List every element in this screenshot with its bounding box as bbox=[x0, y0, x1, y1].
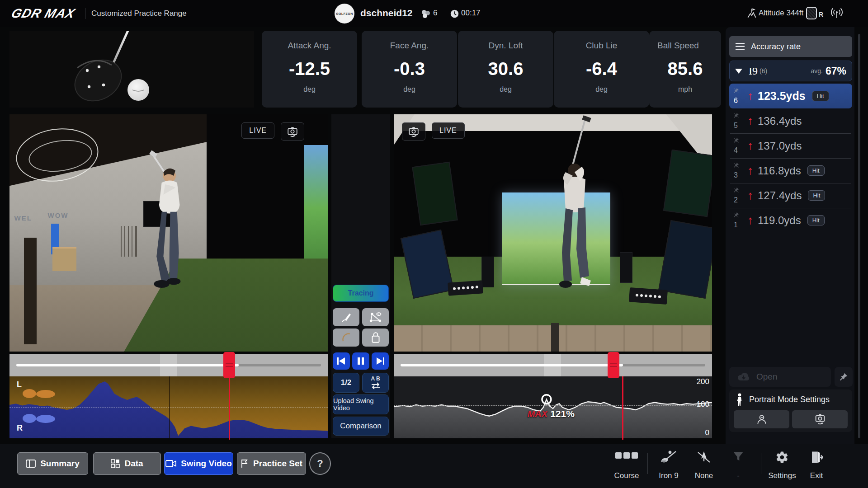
avatar[interactable]: GOLFZON bbox=[335, 4, 354, 23]
club-select-button[interactable]: Iron 9 bbox=[650, 450, 688, 480]
open-button[interactable]: Open bbox=[729, 367, 831, 387]
divider bbox=[85, 8, 85, 19]
metric-card-ball-speed: Ball Speed 85.6 mph bbox=[649, 31, 721, 108]
angle-tool-icon bbox=[369, 311, 382, 324]
angle-measure-button[interactable] bbox=[362, 308, 389, 326]
skip-back-icon bbox=[337, 357, 346, 365]
portrait-mode-settings: Portrait Mode Settings bbox=[729, 389, 852, 432]
loop-arrows-icon bbox=[370, 382, 382, 389]
sidebar-scrollbar[interactable] bbox=[858, 34, 860, 438]
arc-trace-button[interactable] bbox=[333, 328, 359, 347]
course-icon bbox=[615, 450, 638, 462]
bottom-bar: Summary Data Swing Video Practice Set ? … bbox=[0, 444, 868, 488]
axis-tick: 0 bbox=[705, 428, 709, 437]
club-camera-view bbox=[9, 31, 254, 108]
hit-badge: Hit bbox=[808, 190, 825, 201]
left-scrub-handle[interactable] bbox=[223, 352, 235, 378]
right-foot-label: R bbox=[17, 423, 23, 433]
shot-row[interactable]: 3 ↑ 116.8yds Hit bbox=[729, 158, 852, 183]
person-standing-icon bbox=[736, 393, 744, 407]
axis-tick: 200 bbox=[697, 377, 709, 386]
flag-icon bbox=[241, 459, 249, 468]
golf-ball bbox=[127, 79, 149, 101]
ball-tray bbox=[448, 280, 483, 296]
username: dschneid12 bbox=[360, 8, 413, 19]
pin-off-icon bbox=[733, 187, 740, 193]
metric-card-face-angle: Face Ang. -0.3 deg bbox=[362, 31, 457, 108]
page-toggle-button[interactable]: 1/2 bbox=[333, 373, 359, 393]
wall-text: WOW bbox=[47, 211, 68, 219]
left-video-scrubber[interactable] bbox=[9, 354, 328, 376]
launch-arrow-icon: ↑ bbox=[747, 139, 753, 153]
golfer-silhouette bbox=[124, 148, 210, 324]
gear-icon bbox=[775, 450, 789, 464]
live-badge: LIVE bbox=[432, 122, 465, 139]
pin-off-icon bbox=[733, 211, 740, 218]
chevron-down-icon bbox=[735, 69, 742, 74]
portrait-settings-title: Portrait Mode Settings bbox=[749, 395, 830, 404]
tab-practice-set[interactable]: Practice Set bbox=[237, 452, 306, 475]
pen-icon bbox=[340, 311, 353, 324]
swing-tempo-graph: 200 100 0 MAX121% bbox=[394, 376, 712, 438]
help-button[interactable]: ? bbox=[309, 452, 331, 475]
lock-button[interactable] bbox=[362, 328, 389, 347]
left-playhead-line bbox=[229, 376, 230, 440]
portrait-camera-button[interactable] bbox=[792, 410, 848, 428]
launch-arrow-icon: ↑ bbox=[747, 89, 753, 103]
launch-arrow-icon: ↑ bbox=[747, 164, 753, 178]
pin-off-icon bbox=[733, 162, 740, 169]
draw-pen-button[interactable] bbox=[333, 308, 359, 326]
mulligan-button[interactable]: None bbox=[685, 450, 723, 480]
tab-swing-video[interactable]: Swing Video bbox=[164, 452, 233, 475]
exit-button[interactable]: Exit bbox=[797, 450, 835, 480]
skip-back-button[interactable] bbox=[333, 352, 350, 370]
tab-data[interactable]: Data bbox=[93, 452, 161, 475]
metric-card-attack-angle: Attack Ang. -12.5 deg bbox=[262, 31, 357, 108]
cloud-download-icon bbox=[737, 372, 750, 381]
shot-row[interactable]: 2 ↑ 127.4yds Hit bbox=[729, 183, 852, 208]
accuracy-rate-header[interactable]: Accuracy rate bbox=[729, 36, 852, 57]
skip-forward-icon bbox=[376, 357, 385, 365]
course-button[interactable]: Course bbox=[608, 450, 646, 480]
clock-icon bbox=[450, 9, 459, 19]
shot-row[interactable]: 6 ↑ 123.5yds Hit bbox=[729, 84, 852, 108]
session-time: 00:17 bbox=[461, 9, 481, 18]
left-foot-icon bbox=[22, 389, 56, 399]
shot-row[interactable]: 4 ↑ 137.0yds bbox=[729, 133, 852, 158]
right-foot-icon bbox=[22, 413, 56, 423]
pause-button[interactable] bbox=[352, 352, 369, 370]
impact-marker-line bbox=[169, 376, 170, 438]
right-scrub-handle[interactable] bbox=[608, 352, 619, 378]
pin-shot-button[interactable] bbox=[835, 367, 853, 387]
camera-switch-button[interactable] bbox=[402, 122, 425, 141]
shot-row[interactable]: 5 ↑ 136.4yds bbox=[729, 108, 852, 133]
tracing-button[interactable]: Tracing bbox=[333, 285, 389, 302]
club-group-row[interactable]: I9 (6) avg. 67% bbox=[729, 61, 852, 81]
summary-icon bbox=[26, 460, 36, 468]
video-camera-icon bbox=[165, 460, 176, 468]
sensor-device-icon bbox=[806, 7, 817, 19]
top-bar: GDR MAX Customized Practice Range GOLFZO… bbox=[0, 0, 868, 27]
launch-arrow-icon: ↑ bbox=[747, 188, 753, 202]
camera-switch-button[interactable] bbox=[281, 122, 304, 141]
tab-summary[interactable]: Summary bbox=[17, 452, 88, 475]
rear-camera-video[interactable]: LIVE bbox=[394, 114, 712, 352]
ab-loop-button[interactable]: A B bbox=[362, 373, 389, 393]
lock-icon bbox=[370, 331, 382, 344]
comparison-button[interactable]: Comparison bbox=[333, 417, 389, 436]
axis-tick: 100 bbox=[697, 400, 709, 409]
right-video-scrubber[interactable] bbox=[394, 354, 712, 376]
filter-button[interactable]: - bbox=[719, 450, 757, 480]
settings-button[interactable]: Settings bbox=[763, 450, 801, 480]
front-camera-video[interactable]: WEL WOW LIVE bbox=[9, 114, 328, 352]
metric-card-club-lie: Club Lie -6.4 deg bbox=[554, 31, 649, 108]
live-badge: LIVE bbox=[241, 122, 274, 139]
side-monitor bbox=[659, 220, 712, 298]
portrait-pose-button[interactable] bbox=[734, 410, 789, 428]
skip-forward-button[interactable] bbox=[372, 352, 389, 370]
shot-row[interactable]: 1 ↑ 119.0yds Hit bbox=[729, 208, 852, 233]
upload-swing-video-button[interactable]: Upload Swing Video bbox=[333, 394, 389, 414]
signal-icon[interactable] bbox=[830, 7, 844, 20]
launch-arrow-icon: ↑ bbox=[747, 114, 753, 128]
ball-tray bbox=[629, 287, 668, 304]
